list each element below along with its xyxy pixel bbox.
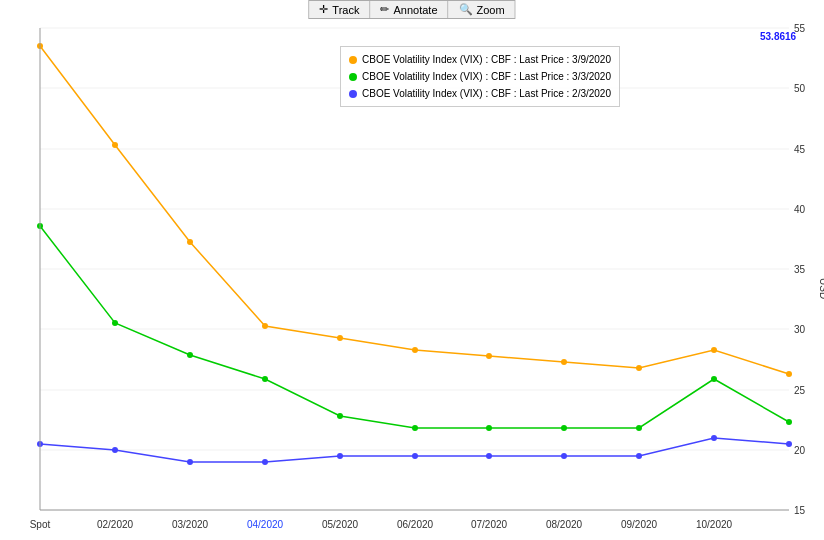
svg-point-47	[412, 425, 418, 431]
legend-label-orange: CBOE Volatility Index (VIX) : CBF : Last…	[362, 51, 611, 68]
track-label: Track	[332, 4, 359, 16]
svg-point-43	[112, 320, 118, 326]
svg-point-62	[711, 435, 717, 441]
svg-point-32	[112, 142, 118, 148]
svg-point-52	[786, 419, 792, 425]
svg-point-50	[636, 425, 642, 431]
svg-point-46	[337, 413, 343, 419]
svg-text:05/2020: 05/2020	[322, 519, 359, 530]
svg-point-35	[337, 335, 343, 341]
legend-item-blue: CBOE Volatility Index (VIX) : CBF : Last…	[349, 85, 611, 102]
zoom-button[interactable]: 🔍 Zoom	[449, 1, 515, 18]
svg-text:03/2020: 03/2020	[172, 519, 209, 530]
svg-point-61	[636, 453, 642, 459]
svg-text:20: 20	[794, 445, 806, 456]
zoom-label: Zoom	[477, 4, 505, 16]
svg-text:15: 15	[794, 505, 806, 516]
track-button[interactable]: ✛ Track	[309, 1, 370, 18]
svg-text:30: 30	[794, 324, 806, 335]
svg-text:53.8616: 53.8616	[760, 31, 797, 42]
legend-dot-green	[349, 73, 357, 81]
svg-point-55	[187, 459, 193, 465]
svg-text:10/2020: 10/2020	[696, 519, 733, 530]
svg-point-48	[486, 425, 492, 431]
annotate-label: Annotate	[393, 4, 437, 16]
svg-point-33	[187, 239, 193, 245]
svg-point-51	[711, 376, 717, 382]
track-icon: ✛	[319, 3, 328, 16]
svg-text:USD: USD	[818, 278, 824, 299]
svg-point-45	[262, 376, 268, 382]
svg-point-41	[786, 371, 792, 377]
svg-text:04/2020: 04/2020	[247, 519, 284, 530]
svg-text:40: 40	[794, 204, 806, 215]
legend-item-orange: CBOE Volatility Index (VIX) : CBF : Last…	[349, 51, 611, 68]
svg-point-44	[187, 352, 193, 358]
annotate-button[interactable]: ✏ Annotate	[370, 1, 448, 18]
svg-text:35: 35	[794, 264, 806, 275]
svg-point-39	[636, 365, 642, 371]
legend-dot-orange	[349, 56, 357, 64]
legend-item-green: CBOE Volatility Index (VIX) : CBF : Last…	[349, 68, 611, 85]
svg-text:06/2020: 06/2020	[397, 519, 434, 530]
svg-text:09/2020: 09/2020	[621, 519, 658, 530]
legend-label-blue: CBOE Volatility Index (VIX) : CBF : Last…	[362, 85, 611, 102]
svg-point-56	[262, 459, 268, 465]
svg-text:25: 25	[794, 385, 806, 396]
legend-label-green: CBOE Volatility Index (VIX) : CBF : Last…	[362, 68, 611, 85]
legend: CBOE Volatility Index (VIX) : CBF : Last…	[340, 46, 620, 107]
svg-point-59	[486, 453, 492, 459]
svg-point-57	[337, 453, 343, 459]
svg-point-38	[561, 359, 567, 365]
svg-point-54	[112, 447, 118, 453]
svg-point-60	[561, 453, 567, 459]
zoom-icon: 🔍	[459, 3, 473, 16]
svg-text:07/2020: 07/2020	[471, 519, 508, 530]
chart-container: 55 50 45 40 35 30 25 20 15 53.8616 USD S…	[0, 18, 824, 540]
toolbar: ✛ Track ✏ Annotate 🔍 Zoom	[308, 0, 515, 19]
annotate-icon: ✏	[380, 3, 389, 16]
svg-point-40	[711, 347, 717, 353]
svg-point-34	[262, 323, 268, 329]
svg-text:02/2020: 02/2020	[97, 519, 134, 530]
svg-text:50: 50	[794, 83, 806, 94]
svg-point-49	[561, 425, 567, 431]
svg-text:08/2020: 08/2020	[546, 519, 583, 530]
legend-dot-blue	[349, 90, 357, 98]
svg-text:Spot: Spot	[30, 519, 51, 530]
svg-point-63	[786, 441, 792, 447]
svg-point-58	[412, 453, 418, 459]
svg-point-37	[486, 353, 492, 359]
svg-text:45: 45	[794, 144, 806, 155]
svg-point-36	[412, 347, 418, 353]
